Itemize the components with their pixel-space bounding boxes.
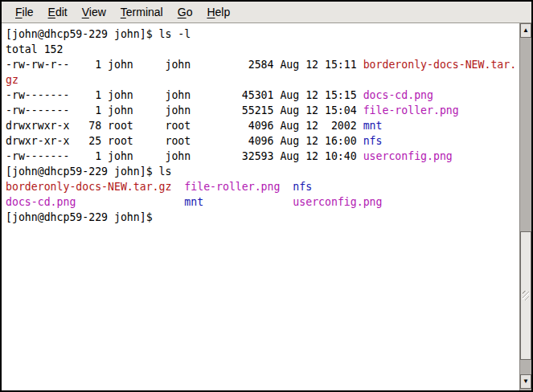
menu-item-help[interactable]: Help <box>199 2 237 22</box>
terminal-window: FileEditViewTerminalGoHelp [john@dhcp59-… <box>0 0 533 392</box>
scrollbar[interactable]: ▲ ▼ <box>518 23 531 390</box>
terminal-text-segment: total 152 <box>6 43 63 55</box>
terminal-text-segment: -rw------- 1 john john 55215 Aug 12 15:0… <box>6 104 363 116</box>
terminal-text-segment: drwxr-xr-x 25 root root 4096 Aug 12 16:0… <box>6 135 363 147</box>
terminal-screen[interactable]: [john@dhcp59-229 john]$ ls -l total 152 … <box>2 23 518 390</box>
terminal-text-segment: mnt <box>184 196 203 208</box>
terminal-text-segment: docs-cd.png <box>6 196 76 208</box>
terminal-text-segment: drwxrwxr-x 78 root root 4096 Aug 12 2002 <box>6 120 363 132</box>
terminal-text-segment: nfs <box>363 135 383 147</box>
terminal-text-segment <box>203 196 293 208</box>
terminal-text-segment: borderonly-docs-NEW.tar. <box>363 59 517 71</box>
terminal-text-segment <box>280 181 293 193</box>
terminal-text-segment: docs-cd.png <box>363 89 433 101</box>
scroll-up-button[interactable]: ▲ <box>520 23 531 38</box>
terminal-text-segment: userconfig.png <box>293 196 382 208</box>
menu-item-file[interactable]: File <box>8 2 41 22</box>
terminal-text-segment: borderonly-docs-NEW.tar.gz <box>6 181 171 193</box>
terminal-text-segment <box>171 181 184 193</box>
menu-item-view[interactable]: View <box>75 2 113 22</box>
terminal-text-segment: file-roller.png <box>184 181 280 193</box>
terminal-text-segment: mnt <box>363 120 383 132</box>
terminal-output: [john@dhcp59-229 john]$ ls -l total 152 … <box>2 23 518 225</box>
terminal-text-segment: -rw-rw-r-- 1 john john 2584 Aug 12 15:11 <box>6 59 363 71</box>
menu-item-edit[interactable]: Edit <box>41 2 75 22</box>
scroll-down-icon: ▼ <box>523 378 529 385</box>
menu-bar: FileEditViewTerminalGoHelp <box>2 2 531 23</box>
terminal-text-segment: -rw------- 1 john john 45301 Aug 12 15:1… <box>6 89 363 101</box>
menu-item-terminal[interactable]: Terminal <box>113 2 170 22</box>
terminal-text-segment: userconfig.png <box>363 150 453 162</box>
terminal-text-segment: file-roller.png <box>363 104 459 116</box>
terminal-text-segment <box>76 196 184 208</box>
terminal-text-segment: [john@dhcp59-229 john]$ ls -l <box>6 28 191 40</box>
terminal-text-segment: [john@dhcp59-229 john]$ <box>6 211 159 223</box>
terminal-text-segment: [john@dhcp59-229 john]$ ls <box>6 165 171 178</box>
scrollbar-trough[interactable]: ▲ ▼ <box>519 23 531 390</box>
scrollbar-grip-icon <box>523 291 529 300</box>
terminal-text-segment: gz <box>6 74 18 86</box>
menu-item-go[interactable]: Go <box>170 2 200 22</box>
terminal-text-segment: nfs <box>293 181 312 193</box>
scrollbar-thumb[interactable] <box>520 231 531 360</box>
scroll-down-button[interactable]: ▼ <box>520 374 531 389</box>
scroll-up-icon: ▲ <box>523 27 529 34</box>
terminal-text-segment: -rw------- 1 john john 32593 Aug 12 10:4… <box>6 150 363 162</box>
